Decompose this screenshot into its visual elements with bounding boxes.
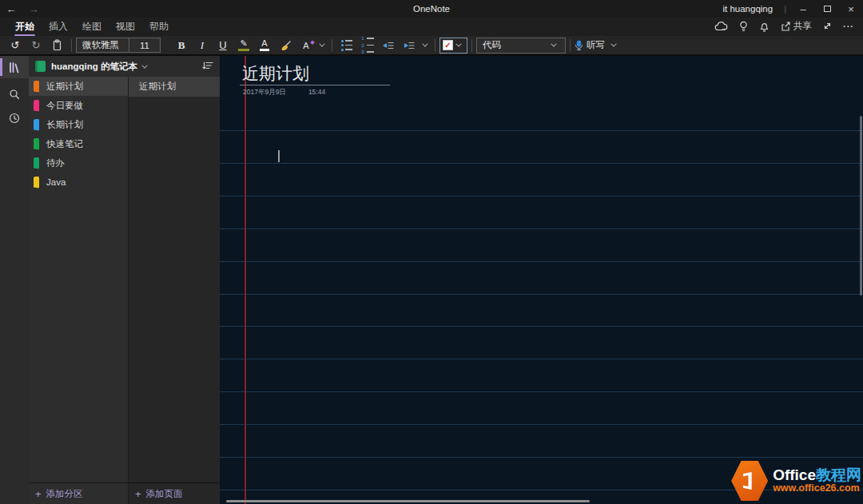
section-label: 待办 — [46, 157, 65, 169]
section-item[interactable]: 待办 — [29, 153, 128, 173]
outdent-icon — [382, 41, 395, 50]
page-list: 近期计划 — [129, 77, 220, 482]
cloud-sync-icon — [714, 21, 728, 32]
section-item[interactable]: 快速笔记 — [29, 134, 128, 153]
close-button[interactable]: × — [839, 0, 863, 18]
undo-button[interactable]: ↺ — [6, 37, 25, 54]
dictate-button[interactable]: 听写 — [575, 39, 619, 51]
section-color-tab — [34, 177, 39, 189]
highlight-button[interactable]: ✎ — [234, 37, 253, 54]
horizontal-scrollbar[interactable] — [226, 500, 590, 502]
font-group-chevron-icon[interactable] — [319, 41, 324, 46]
bullet-list-icon — [341, 40, 353, 51]
tab-home[interactable]: 开始 — [8, 18, 42, 35]
section-item[interactable]: Java — [29, 173, 128, 192]
tab-draw[interactable]: 绘图 — [75, 18, 109, 35]
toolbar-separator — [332, 39, 332, 52]
vertical-scrollbar[interactable] — [860, 116, 862, 296]
font-name-input[interactable]: 微软雅黑 — [76, 38, 129, 53]
notebook-rule-line — [220, 163, 863, 164]
account-name[interactable]: it huangqing — [722, 4, 773, 14]
highlighter-icon: ✎ — [240, 39, 247, 48]
notebook-rule-line — [220, 424, 863, 425]
page-time: 15:44 — [308, 88, 325, 97]
more-options-button[interactable]: ··· — [841, 20, 857, 33]
plus-icon: + — [135, 489, 141, 499]
tab-insert[interactable]: 插入 — [42, 18, 75, 35]
notebook-chevron-icon — [141, 62, 147, 68]
section-label: 近期计划 — [46, 81, 83, 93]
format-painter-button[interactable] — [276, 37, 295, 54]
font-size-input[interactable]: 11 — [129, 38, 161, 53]
section-list: 近期计划 今日要做 长期计划 快速笔记 待办 Java — [29, 77, 128, 482]
notifications-button[interactable] — [757, 19, 772, 34]
section-item[interactable]: 今日要做 — [29, 96, 128, 115]
clock-icon — [9, 113, 20, 124]
redo-button[interactable]: ↻ — [26, 37, 46, 54]
page-item[interactable]: 近期计划 — [129, 77, 220, 97]
maximize-button[interactable] — [815, 0, 839, 18]
fullscreen-icon — [822, 21, 833, 31]
page-date-row: 2017年9月9日 15:44 — [243, 88, 325, 97]
search-icon — [9, 89, 20, 100]
section-item[interactable]: 近期计划 — [29, 77, 128, 96]
pages-panel: 近期计划 + 添加页面 — [128, 77, 220, 504]
section-label: 快速笔记 — [46, 138, 83, 150]
rail-notebooks-button[interactable] — [0, 56, 29, 78]
clipboard-icon — [52, 39, 62, 51]
section-color-tab — [34, 100, 39, 112]
rail-search-button[interactable] — [0, 83, 29, 105]
outdent-button[interactable] — [379, 37, 398, 54]
tab-view[interactable]: 视图 — [109, 18, 142, 35]
microphone-icon — [575, 40, 583, 51]
tell-me-button[interactable] — [736, 19, 751, 34]
add-page-button[interactable]: + 添加页面 — [129, 482, 220, 504]
section-color-tab — [34, 157, 39, 169]
sync-status-button[interactable] — [712, 19, 730, 34]
forward-button[interactable]: → — [22, 3, 45, 15]
add-section-button[interactable]: + 添加分区 — [29, 482, 128, 504]
clear-formatting-button[interactable]: A◆ — [296, 37, 316, 54]
notebook-rule-line — [220, 294, 863, 295]
tab-help[interactable]: 帮助 — [142, 18, 176, 35]
numbered-list-button[interactable]: 1 2 3 — [358, 37, 377, 54]
notebook-rule-line — [220, 391, 863, 392]
indent-button[interactable] — [400, 37, 419, 54]
underline-button[interactable]: U — [213, 37, 233, 54]
paragraph-group-chevron-icon[interactable] — [422, 41, 428, 46]
ribbon-tabs: 开始 插入 绘图 视图 帮助 共享 ··· — [0, 18, 863, 36]
page-title[interactable]: 近期计划 — [242, 62, 309, 85]
toolbar-separator — [471, 39, 472, 52]
share-button[interactable]: 共享 — [777, 18, 814, 34]
notebook-rule-line — [220, 196, 863, 196]
sections-panel: 近期计划 今日要做 长期计划 快速笔记 待办 Java + 添加分区 — [29, 77, 128, 504]
section-label: Java — [46, 177, 66, 187]
todo-tag-button[interactable]: ✓ — [439, 38, 467, 54]
onenote-window: ← → OneNote it huangqing | – × 开始 插入 绘图 … — [0, 0, 863, 504]
notebook-rule-line — [220, 261, 863, 262]
notebook-rule-line — [220, 228, 863, 229]
paste-button[interactable] — [47, 37, 66, 54]
section-color-tab — [34, 119, 39, 131]
italic-button[interactable]: I — [193, 37, 212, 54]
bullet-list-button[interactable] — [337, 37, 356, 54]
rail-recent-button[interactable] — [0, 107, 29, 129]
titlebar-divider: | — [784, 4, 786, 14]
bold-button[interactable]: B — [172, 37, 191, 54]
fullscreen-button[interactable] — [820, 19, 835, 33]
section-item[interactable]: 长期计划 — [29, 115, 128, 134]
notebook-rule-line — [220, 130, 863, 131]
page-date: 2017年9月9日 — [243, 88, 286, 97]
styles-dropdown[interactable]: 代码 — [476, 38, 566, 54]
back-button[interactable]: ← — [0, 3, 22, 15]
font-color-button[interactable]: A — [255, 37, 274, 54]
format-painter-icon — [280, 40, 292, 51]
section-color-tab — [34, 138, 39, 150]
notebook-rule-line — [220, 326, 863, 327]
page-canvas[interactable]: 近期计划 2017年9月9日 15:44 Office教程网 www.offic… — [220, 56, 863, 504]
numbered-list-icon: 1 2 3 — [361, 36, 374, 54]
minimize-button[interactable]: – — [791, 0, 815, 18]
sort-sections-button[interactable] — [202, 59, 213, 73]
notebook-header[interactable]: huangqing 的笔记本 — [29, 56, 220, 77]
notebook-rule-line — [220, 457, 863, 458]
